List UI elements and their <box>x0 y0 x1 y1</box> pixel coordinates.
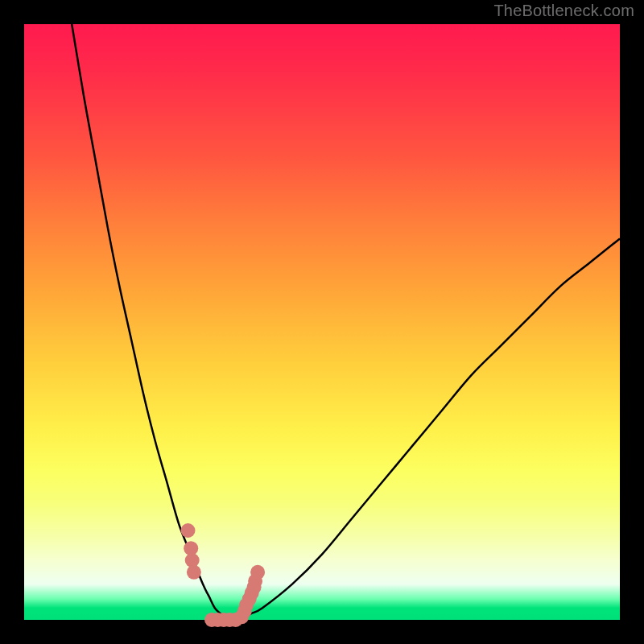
watermark-text: TheBottleneck.com <box>493 2 634 20</box>
marker-dot <box>187 565 201 580</box>
marker-dot <box>181 523 196 538</box>
curve-svg <box>24 24 620 620</box>
bottleneck-curve-path <box>72 24 620 621</box>
chart-frame: TheBottleneck.com <box>0 0 644 644</box>
marker-dots-group <box>181 523 266 627</box>
marker-dot <box>250 565 265 580</box>
plot-area <box>24 24 620 620</box>
